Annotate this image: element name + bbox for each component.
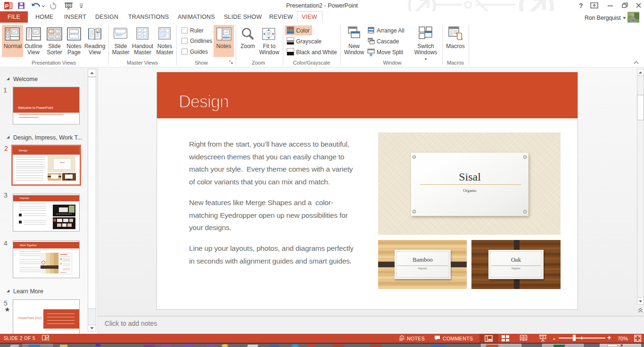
svg-text:Design: Design (179, 92, 229, 111)
